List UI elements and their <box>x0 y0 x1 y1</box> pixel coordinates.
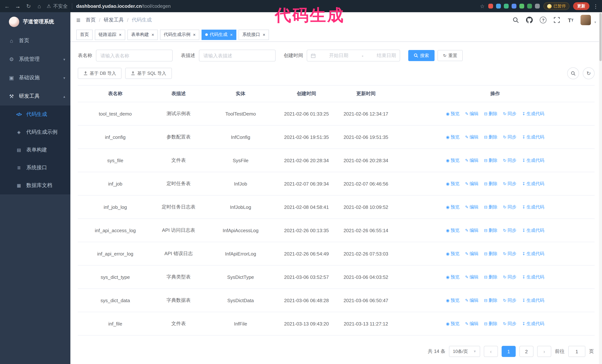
tab-代码生成示例[interactable]: 代码生成示例× <box>160 30 199 40</box>
generate-code-link[interactable]: ↧生成代码 <box>522 204 544 210</box>
paused-badge[interactable]: 已暂停 <box>543 2 570 10</box>
address-bar[interactable]: dashboard.yudao.iocoder.cn/tool/codegen <box>76 3 171 9</box>
tab-链路追踪[interactable]: 链路追踪× <box>95 30 125 40</box>
reload-icon[interactable]: ↻ <box>25 3 32 10</box>
help-icon[interactable]: ? <box>540 16 547 24</box>
sync-link[interactable]: ↻同步 <box>503 204 516 210</box>
delete-link[interactable]: ⊟删除 <box>484 321 497 327</box>
font-size-icon[interactable]: TT <box>567 16 574 24</box>
extension-leaf-icon[interactable] <box>527 4 532 9</box>
sidebar-toggle-icon[interactable]: ≡ <box>76 16 80 23</box>
extension-users-icon[interactable] <box>512 4 516 9</box>
update-button[interactable]: 更新 <box>573 2 589 10</box>
generate-code-link[interactable]: ↧生成代码 <box>522 297 544 303</box>
close-icon[interactable]: × <box>263 32 265 37</box>
delete-link[interactable]: ⊟删除 <box>484 180 497 187</box>
breadcrumb-item[interactable]: 研发工具 <box>104 17 124 23</box>
github-icon[interactable] <box>526 16 533 24</box>
back-icon[interactable]: ← <box>4 3 10 9</box>
edit-link[interactable]: ✎编辑 <box>465 250 478 257</box>
edit-link[interactable]: ✎编辑 <box>465 111 478 117</box>
preview-link[interactable]: ◉预览 <box>446 204 459 210</box>
search-button[interactable]: 搜索 <box>408 50 435 61</box>
forward-icon[interactable]: → <box>14 3 21 9</box>
preview-link[interactable]: ◉预览 <box>446 134 459 140</box>
extension-puzzle-icon[interactable] <box>535 4 540 9</box>
goto-page-input[interactable] <box>568 346 585 357</box>
search-icon[interactable] <box>512 16 520 24</box>
tab-代码生成[interactable]: 代码生成× <box>202 30 236 40</box>
extension-vue-icon[interactable] <box>504 4 509 9</box>
sidebar-item-codegen-example[interactable]: ◈代码生成示例 <box>0 123 70 141</box>
refresh-button[interactable]: ↻ <box>583 67 595 79</box>
toggle-search-button[interactable] <box>567 67 579 79</box>
sync-link[interactable]: ↻同步 <box>503 111 516 117</box>
preview-link[interactable]: ◉预览 <box>446 321 459 327</box>
sidebar-item-home[interactable]: ⌂首页 <box>0 31 70 50</box>
preview-link[interactable]: ◉预览 <box>446 250 459 257</box>
tab-表单构建[interactable]: 表单构建× <box>128 30 158 40</box>
delete-link[interactable]: ⊟删除 <box>484 227 497 233</box>
generate-code-link[interactable]: ↧生成代码 <box>522 134 544 140</box>
next-page-button[interactable]: › <box>537 346 551 357</box>
close-icon[interactable]: × <box>151 32 154 37</box>
table-name-input[interactable] <box>96 50 173 62</box>
edit-link[interactable]: ✎编辑 <box>465 274 478 280</box>
sync-link[interactable]: ↻同步 <box>503 297 516 303</box>
preview-link[interactable]: ◉预览 <box>446 157 459 164</box>
page-button-1[interactable]: 1 <box>502 346 516 357</box>
prev-page-button[interactable]: ‹ <box>484 346 498 357</box>
sidebar-item-codegen[interactable]: </>代码生成 <box>0 105 70 123</box>
sidebar-item-devtools[interactable]: ⚒研发工具▴ <box>0 87 70 105</box>
close-icon[interactable]: × <box>193 32 196 37</box>
sync-link[interactable]: ↻同步 <box>503 250 516 257</box>
sync-link[interactable]: ↻同步 <box>503 274 516 280</box>
close-icon[interactable]: × <box>230 32 233 37</box>
sync-link[interactable]: ↻同步 <box>503 180 516 187</box>
user-avatar[interactable] <box>581 15 591 25</box>
tab-系统接口[interactable]: 系统接口× <box>239 30 269 40</box>
preview-link[interactable]: ◉预览 <box>446 180 459 187</box>
table-desc-input[interactable] <box>199 50 276 62</box>
scrollbar[interactable] <box>599 12 602 364</box>
sync-link[interactable]: ↻同步 <box>503 134 516 140</box>
generate-code-link[interactable]: ↧生成代码 <box>522 180 544 187</box>
page-button-2[interactable]: 2 <box>519 346 533 357</box>
bookmark-star-icon[interactable]: ☆ <box>480 3 484 9</box>
edit-link[interactable]: ✎编辑 <box>465 157 478 164</box>
edit-link[interactable]: ✎编辑 <box>465 321 478 327</box>
generate-code-link[interactable]: ↧生成代码 <box>522 274 544 280</box>
preview-link[interactable]: ◉预览 <box>446 227 459 233</box>
scrollbar-thumb[interactable] <box>599 13 602 61</box>
generate-code-link[interactable]: ↧生成代码 <box>522 227 544 233</box>
extension-battery-icon[interactable] <box>519 4 524 9</box>
generate-code-link[interactable]: ↧生成代码 <box>522 321 544 327</box>
delete-link[interactable]: ⊟删除 <box>484 111 497 117</box>
sidebar-item-api[interactable]: ≣系统接口 <box>0 159 70 177</box>
home-icon[interactable]: ⌂ <box>36 3 43 9</box>
edit-link[interactable]: ✎编辑 <box>465 134 478 140</box>
fullscreen-icon[interactable] <box>553 16 561 24</box>
generate-code-link[interactable]: ↧生成代码 <box>522 250 544 257</box>
security-indicator[interactable]: ⚠ 不安全 <box>47 3 68 10</box>
sync-link[interactable]: ↻同步 <box>503 227 516 233</box>
delete-link[interactable]: ⊟删除 <box>484 157 497 164</box>
delete-link[interactable]: ⊟删除 <box>484 297 497 303</box>
delete-link[interactable]: ⊟删除 <box>484 250 497 257</box>
sidebar-item-form-build[interactable]: ▤表单构建 <box>0 141 70 159</box>
sidebar-item-system[interactable]: ⚙系统管理▾ <box>0 50 70 69</box>
reset-button[interactable]: ↻ 重置 <box>438 50 463 61</box>
edit-link[interactable]: ✎编辑 <box>465 204 478 210</box>
sync-link[interactable]: ↻同步 <box>503 321 516 327</box>
avatar-caret-icon[interactable]: ▾ <box>594 20 596 25</box>
sidebar-item-db-doc[interactable]: ▦数据库文档 <box>0 177 70 194</box>
delete-link[interactable]: ⊟删除 <box>484 204 497 210</box>
edit-link[interactable]: ✎编辑 <box>465 297 478 303</box>
import-sql-button[interactable]: 基于 SQL 导入 <box>125 68 172 79</box>
preview-link[interactable]: ◉预览 <box>446 274 459 280</box>
delete-link[interactable]: ⊟删除 <box>484 134 497 140</box>
sidebar-item-infra[interactable]: ▣基础设施▾ <box>0 69 70 87</box>
generate-code-link[interactable]: ↧生成代码 <box>522 111 544 117</box>
browser-menu-icon[interactable]: ⋮ <box>593 3 598 9</box>
preview-link[interactable]: ◉预览 <box>446 297 459 303</box>
